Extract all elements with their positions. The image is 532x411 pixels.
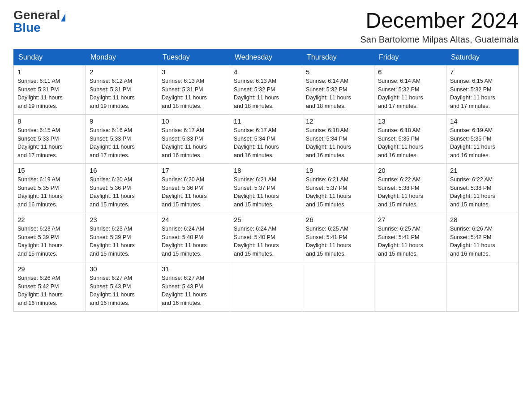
location-title: San Bartolome Milpas Altas, Guatemala: [360, 34, 519, 45]
day-info: Sunrise: 6:21 AMSunset: 5:37 PMDaylight:…: [234, 176, 298, 209]
day-cell-4: 4Sunrise: 6:13 AMSunset: 5:32 PMDaylight…: [230, 65, 302, 114]
day-number: 3: [162, 68, 226, 76]
day-number: 2: [90, 68, 154, 76]
day-cell-17: 17Sunrise: 6:20 AMSunset: 5:36 PMDayligh…: [158, 163, 230, 213]
empty-cell: [230, 262, 302, 311]
day-cell-26: 26Sunrise: 6:25 AMSunset: 5:41 PMDayligh…: [302, 213, 374, 262]
day-info: Sunrise: 6:11 AMSunset: 5:31 PMDaylight:…: [17, 77, 82, 111]
day-info: Sunrise: 6:21 AMSunset: 5:37 PMDaylight:…: [306, 176, 370, 209]
day-header-tuesday: Tuesday: [158, 49, 230, 65]
day-number: 9: [90, 117, 154, 125]
day-number: 16: [90, 167, 154, 174]
day-info: Sunrise: 6:19 AMSunset: 5:35 PMDaylight:…: [450, 126, 515, 160]
week-row-2: 8Sunrise: 6:15 AMSunset: 5:33 PMDaylight…: [14, 114, 519, 163]
day-cell-14: 14Sunrise: 6:19 AMSunset: 5:35 PMDayligh…: [446, 114, 519, 163]
day-info: Sunrise: 6:20 AMSunset: 5:36 PMDaylight:…: [162, 176, 226, 209]
day-info: Sunrise: 6:22 AMSunset: 5:38 PMDaylight:…: [378, 176, 442, 209]
day-header-monday: Monday: [86, 49, 158, 65]
day-info: Sunrise: 6:23 AMSunset: 5:39 PMDaylight:…: [90, 225, 154, 258]
day-info: Sunrise: 6:26 AMSunset: 5:42 PMDaylight:…: [450, 225, 515, 258]
month-title: December 2024: [360, 9, 519, 33]
day-cell-29: 29Sunrise: 6:26 AMSunset: 5:42 PMDayligh…: [14, 262, 86, 311]
day-number: 7: [450, 68, 515, 76]
day-info: Sunrise: 6:27 AMSunset: 5:43 PMDaylight:…: [162, 274, 226, 308]
day-header-thursday: Thursday: [302, 49, 374, 65]
day-cell-18: 18Sunrise: 6:21 AMSunset: 5:37 PMDayligh…: [230, 163, 302, 213]
day-number: 11: [234, 117, 298, 125]
day-cell-2: 2Sunrise: 6:12 AMSunset: 5:31 PMDaylight…: [86, 65, 158, 114]
day-info: Sunrise: 6:19 AMSunset: 5:35 PMDaylight:…: [17, 176, 82, 209]
day-info: Sunrise: 6:17 AMSunset: 5:33 PMDaylight:…: [162, 126, 226, 160]
week-row-5: 29Sunrise: 6:26 AMSunset: 5:42 PMDayligh…: [14, 262, 519, 311]
day-number: 17: [162, 167, 226, 174]
day-info: Sunrise: 6:27 AMSunset: 5:43 PMDaylight:…: [90, 274, 154, 308]
page-header: General Blue December 2024 San Bartolome…: [13, 9, 519, 45]
day-number: 5: [306, 68, 370, 76]
day-info: Sunrise: 6:25 AMSunset: 5:41 PMDaylight:…: [306, 225, 370, 258]
day-cell-19: 19Sunrise: 6:21 AMSunset: 5:37 PMDayligh…: [302, 163, 374, 213]
day-number: 1: [17, 68, 82, 76]
day-number: 13: [378, 117, 442, 125]
day-header-saturday: Saturday: [446, 49, 519, 65]
day-info: Sunrise: 6:15 AMSunset: 5:32 PMDaylight:…: [450, 77, 515, 111]
day-cell-13: 13Sunrise: 6:18 AMSunset: 5:35 PMDayligh…: [374, 114, 446, 163]
day-cell-11: 11Sunrise: 6:17 AMSunset: 5:34 PMDayligh…: [230, 114, 302, 163]
day-cell-16: 16Sunrise: 6:20 AMSunset: 5:36 PMDayligh…: [86, 163, 158, 213]
day-cell-28: 28Sunrise: 6:26 AMSunset: 5:42 PMDayligh…: [446, 213, 519, 262]
day-cell-30: 30Sunrise: 6:27 AMSunset: 5:43 PMDayligh…: [86, 262, 158, 311]
day-info: Sunrise: 6:26 AMSunset: 5:42 PMDaylight:…: [17, 274, 82, 308]
logo: General Blue: [13, 9, 65, 34]
day-number: 24: [162, 216, 226, 223]
day-number: 15: [17, 167, 82, 174]
day-cell-31: 31Sunrise: 6:27 AMSunset: 5:43 PMDayligh…: [158, 262, 230, 311]
day-info: Sunrise: 6:24 AMSunset: 5:40 PMDaylight:…: [234, 225, 298, 258]
title-section: December 2024 San Bartolome Milpas Altas…: [360, 9, 519, 45]
days-header-row: SundayMondayTuesdayWednesdayThursdayFrid…: [14, 49, 519, 65]
day-number: 8: [17, 117, 82, 125]
day-cell-10: 10Sunrise: 6:17 AMSunset: 5:33 PMDayligh…: [158, 114, 230, 163]
day-cell-5: 5Sunrise: 6:14 AMSunset: 5:32 PMDaylight…: [302, 65, 374, 114]
day-number: 21: [450, 167, 515, 174]
logo-line1: General: [13, 9, 65, 21]
week-row-4: 22Sunrise: 6:23 AMSunset: 5:39 PMDayligh…: [14, 213, 519, 262]
week-row-3: 15Sunrise: 6:19 AMSunset: 5:35 PMDayligh…: [14, 163, 519, 213]
calendar-table: SundayMondayTuesdayWednesdayThursdayFrid…: [13, 49, 519, 312]
day-cell-15: 15Sunrise: 6:19 AMSunset: 5:35 PMDayligh…: [14, 163, 86, 213]
day-cell-9: 9Sunrise: 6:16 AMSunset: 5:33 PMDaylight…: [86, 114, 158, 163]
day-number: 30: [90, 265, 154, 273]
day-header-sunday: Sunday: [14, 49, 86, 65]
day-cell-27: 27Sunrise: 6:25 AMSunset: 5:41 PMDayligh…: [374, 213, 446, 262]
day-number: 22: [17, 216, 82, 223]
day-info: Sunrise: 6:17 AMSunset: 5:34 PMDaylight:…: [234, 126, 298, 160]
day-number: 6: [378, 68, 442, 76]
day-cell-24: 24Sunrise: 6:24 AMSunset: 5:40 PMDayligh…: [158, 213, 230, 262]
day-cell-25: 25Sunrise: 6:24 AMSunset: 5:40 PMDayligh…: [230, 213, 302, 262]
day-cell-23: 23Sunrise: 6:23 AMSunset: 5:39 PMDayligh…: [86, 213, 158, 262]
logo-triangle-icon: [61, 13, 65, 21]
day-number: 20: [378, 167, 442, 174]
day-number: 28: [450, 216, 515, 223]
day-info: Sunrise: 6:24 AMSunset: 5:40 PMDaylight:…: [162, 225, 226, 258]
logo-blue-text: Blue: [13, 21, 41, 34]
empty-cell: [374, 262, 446, 311]
empty-cell: [302, 262, 374, 311]
day-number: 10: [162, 117, 226, 125]
day-info: Sunrise: 6:12 AMSunset: 5:31 PMDaylight:…: [90, 77, 154, 111]
day-info: Sunrise: 6:15 AMSunset: 5:33 PMDaylight:…: [17, 126, 82, 160]
day-info: Sunrise: 6:13 AMSunset: 5:32 PMDaylight:…: [234, 77, 298, 111]
day-cell-21: 21Sunrise: 6:22 AMSunset: 5:38 PMDayligh…: [446, 163, 519, 213]
day-number: 19: [306, 167, 370, 174]
empty-cell: [446, 262, 519, 311]
day-cell-1: 1Sunrise: 6:11 AMSunset: 5:31 PMDaylight…: [14, 65, 86, 114]
day-info: Sunrise: 6:16 AMSunset: 5:33 PMDaylight:…: [90, 126, 154, 160]
day-cell-8: 8Sunrise: 6:15 AMSunset: 5:33 PMDaylight…: [14, 114, 86, 163]
day-cell-7: 7Sunrise: 6:15 AMSunset: 5:32 PMDaylight…: [446, 65, 519, 114]
day-info: Sunrise: 6:18 AMSunset: 5:35 PMDaylight:…: [378, 126, 442, 160]
day-number: 29: [17, 265, 82, 273]
day-info: Sunrise: 6:22 AMSunset: 5:38 PMDaylight:…: [450, 176, 515, 209]
day-cell-20: 20Sunrise: 6:22 AMSunset: 5:38 PMDayligh…: [374, 163, 446, 213]
week-row-1: 1Sunrise: 6:11 AMSunset: 5:31 PMDaylight…: [14, 65, 519, 114]
day-info: Sunrise: 6:20 AMSunset: 5:36 PMDaylight:…: [90, 176, 154, 209]
day-cell-6: 6Sunrise: 6:14 AMSunset: 5:32 PMDaylight…: [374, 65, 446, 114]
day-info: Sunrise: 6:14 AMSunset: 5:32 PMDaylight:…: [306, 77, 370, 111]
